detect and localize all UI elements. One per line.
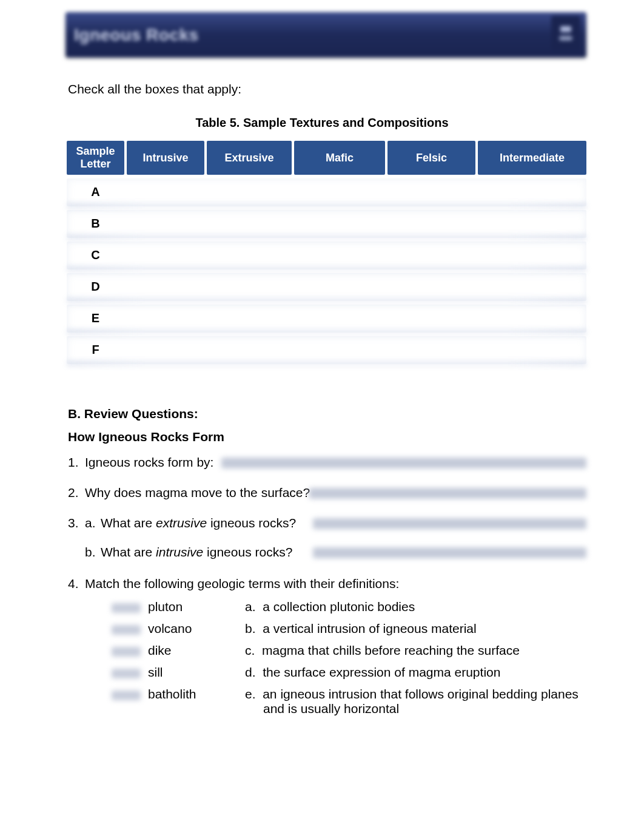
sub-letter: b. (85, 545, 101, 559)
table-row: C (67, 240, 586, 269)
match-answer-blank[interactable] (112, 603, 141, 613)
match-term: volcano (148, 621, 245, 636)
match-def-letter: c. (245, 643, 255, 657)
checkbox-cell-extrusive[interactable] (207, 209, 292, 238)
match-def-letter: a. (245, 600, 256, 614)
checkbox-cell-felsic[interactable] (387, 240, 475, 269)
hidden-answer-region (309, 488, 586, 499)
checkbox-cell-intrusive[interactable] (127, 240, 204, 269)
question-text: Igneous rocks form by: (85, 455, 213, 469)
question-number: 3. (68, 516, 85, 530)
match-def-text: an igneous intrusion that follows origin… (263, 687, 579, 715)
hidden-answer-region (313, 518, 586, 529)
checkbox-cell-felsic[interactable] (387, 335, 475, 364)
table-header-intermediate: Intermediate (478, 141, 586, 175)
question-number: 2. (68, 485, 85, 500)
checkbox-cell-extrusive[interactable] (207, 272, 292, 301)
question-3: 3. a. What are extrusive igneous rocks? … (68, 516, 586, 574)
checkbox-cell-mafic[interactable] (294, 303, 385, 333)
table-header-sample-letter: Sample Letter (67, 141, 124, 175)
checkbox-cell-mafic[interactable] (294, 335, 385, 364)
checkbox-cell-mafic[interactable] (294, 240, 385, 269)
checkbox-cell-intermediate[interactable] (478, 272, 586, 301)
sample-letter-cell: C (67, 240, 124, 269)
question-2: 2. Why does magma move to the surface? (68, 485, 586, 500)
table-row: A (67, 177, 586, 206)
checkbox-cell-mafic[interactable] (294, 209, 385, 238)
match-term: pluton (148, 600, 245, 614)
document-header-bar: Igneous Rocks (65, 12, 586, 58)
checkbox-cell-felsic[interactable] (387, 209, 475, 238)
question-number: 1. (68, 455, 85, 470)
checkbox-cell-extrusive[interactable] (207, 240, 292, 269)
hidden-answer-region (221, 458, 586, 468)
table-title: Table 5. Sample Textures and Composition… (0, 116, 644, 130)
match-def-letter: e. (245, 687, 256, 701)
table-row: D (67, 272, 586, 301)
checkbox-cell-felsic[interactable] (387, 177, 475, 206)
header-badge-icon (551, 16, 580, 51)
match-term: sill (148, 665, 245, 680)
match-term: batholith (148, 687, 245, 701)
checkbox-cell-intermediate[interactable] (478, 177, 586, 206)
checkbox-cell-felsic[interactable] (387, 272, 475, 301)
table-header-extrusive: Extrusive (207, 141, 292, 175)
match-def-text: magma that chills before reaching the su… (262, 643, 520, 657)
checkbox-cell-intermediate[interactable] (478, 335, 586, 364)
checkbox-cell-intrusive[interactable] (127, 335, 204, 364)
checkbox-cell-mafic[interactable] (294, 177, 385, 206)
q3a-suffix: igneous rocks? (207, 516, 296, 530)
section-b-heading: B. Review Questions: (68, 407, 586, 421)
checkbox-cell-felsic[interactable] (387, 303, 475, 333)
instruction-text: Check all the boxes that apply: (68, 82, 644, 96)
table-row: E (67, 303, 586, 333)
table-header-felsic: Felsic (387, 141, 475, 175)
match-row: pluton a. a collection plutonic bodies (112, 600, 586, 614)
sub-letter: a. (85, 516, 101, 530)
table-header-intrusive: Intrusive (127, 141, 204, 175)
table-row: B (67, 209, 586, 238)
checkbox-cell-intrusive[interactable] (127, 177, 204, 206)
match-answer-blank[interactable] (112, 669, 141, 678)
sample-letter-cell: E (67, 303, 124, 333)
table-row: F (67, 335, 586, 364)
match-def-text: the surface expression of magma eruption (263, 665, 500, 679)
q3a-prefix: What are (101, 516, 156, 530)
question-1: 1. Igneous rocks form by: (68, 455, 586, 470)
checkbox-cell-intermediate[interactable] (478, 209, 586, 238)
hidden-answer-region (313, 547, 586, 558)
section-b-subheading: How Igneous Rocks Form (68, 430, 586, 444)
checkbox-cell-extrusive[interactable] (207, 335, 292, 364)
question-text: Why does magma move to the surface? (85, 485, 310, 499)
checkbox-cell-mafic[interactable] (294, 272, 385, 301)
table-header-mafic: Mafic (294, 141, 385, 175)
checkbox-cell-intrusive[interactable] (127, 209, 204, 238)
match-row: volcano b. a vertical intrusion of igneo… (112, 621, 586, 636)
match-def-letter: b. (245, 621, 256, 635)
match-answer-blank[interactable] (112, 691, 141, 700)
sample-letter-cell: F (67, 335, 124, 364)
sample-letter-cell: B (67, 209, 124, 238)
checkbox-cell-extrusive[interactable] (207, 177, 292, 206)
match-def-text: a vertical intrusion of igneous material (263, 621, 477, 635)
q3b-suffix: igneous rocks? (203, 545, 292, 559)
question-4: 4. Match the following geologic terms wi… (68, 576, 586, 591)
checkbox-cell-intrusive[interactable] (127, 303, 204, 333)
sample-letter-cell: A (67, 177, 124, 206)
table-header-row: Sample Letter Intrusive Extrusive Mafic … (67, 141, 586, 175)
match-def-text: a collection plutonic bodies (263, 600, 415, 614)
document-header-title: Igneous Rocks (74, 25, 199, 45)
match-answer-blank[interactable] (112, 647, 141, 657)
checkbox-cell-intermediate[interactable] (478, 303, 586, 333)
match-answer-blank[interactable] (112, 625, 141, 635)
question-number: 4. (68, 576, 85, 591)
checkbox-cell-intermediate[interactable] (478, 240, 586, 269)
q3b-prefix: What are (101, 545, 156, 559)
match-row: batholith e. an igneous intrusion that f… (112, 687, 586, 716)
checkbox-cell-extrusive[interactable] (207, 303, 292, 333)
q3b-italic: intrusive (156, 545, 203, 559)
sample-table: Sample Letter Intrusive Extrusive Mafic … (67, 141, 586, 364)
question-text: Match the following geologic terms with … (85, 576, 399, 590)
q3a-italic: extrusive (156, 516, 207, 530)
checkbox-cell-intrusive[interactable] (127, 272, 204, 301)
